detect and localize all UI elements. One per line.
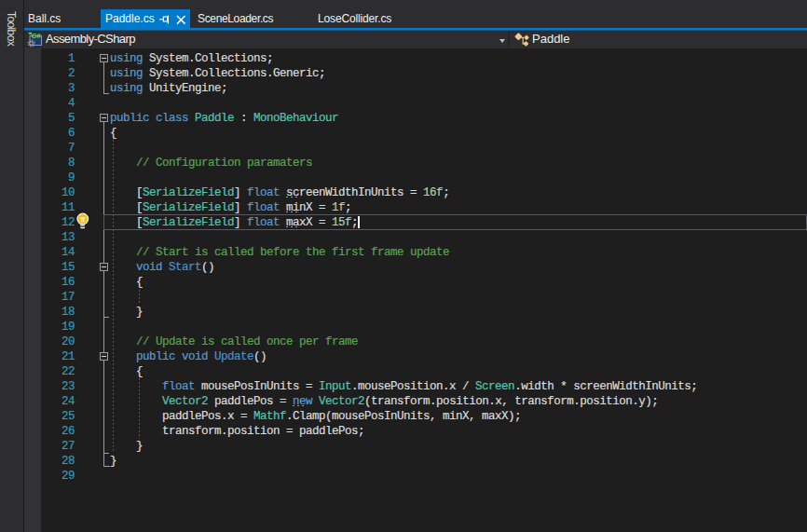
- svg-text:C#: C#: [32, 32, 42, 40]
